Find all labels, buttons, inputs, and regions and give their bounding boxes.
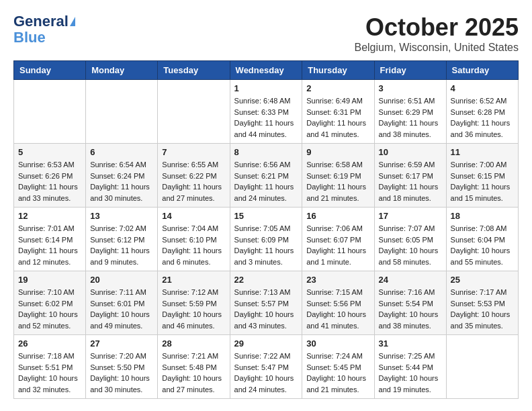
calendar-cell: 3Sunrise: 6:51 AM Sunset: 6:29 PM Daylig…: [374, 80, 446, 144]
day-info: Sunrise: 6:53 AM Sunset: 6:26 PM Dayligh…: [18, 159, 81, 203]
day-number: 22: [234, 275, 298, 285]
calendar-cell: 4Sunrise: 6:52 AM Sunset: 6:28 PM Daylig…: [446, 80, 518, 144]
day-info: Sunrise: 7:17 AM Sunset: 5:53 PM Dayligh…: [451, 287, 514, 331]
header-thursday: Thursday: [302, 61, 374, 80]
day-number: 2: [306, 83, 369, 93]
calendar-cell: 8Sunrise: 6:56 AM Sunset: 6:21 PM Daylig…: [230, 144, 302, 208]
day-info: Sunrise: 7:15 AM Sunset: 5:56 PM Dayligh…: [306, 287, 369, 331]
day-info: Sunrise: 7:16 AM Sunset: 5:54 PM Dayligh…: [379, 287, 442, 331]
day-number: 10: [379, 147, 442, 157]
calendar-cell: [14, 80, 86, 144]
day-info: Sunrise: 7:21 AM Sunset: 5:48 PM Dayligh…: [162, 351, 225, 395]
logo-blue: Blue: [13, 30, 46, 46]
day-info: Sunrise: 7:05 AM Sunset: 6:09 PM Dayligh…: [234, 223, 298, 267]
day-number: 3: [379, 83, 442, 93]
calendar-cell: 7Sunrise: 6:55 AM Sunset: 6:22 PM Daylig…: [158, 144, 230, 208]
day-number: 21: [162, 275, 225, 285]
calendar-cell: 22Sunrise: 7:13 AM Sunset: 5:57 PM Dayli…: [230, 271, 302, 335]
day-info: Sunrise: 7:24 AM Sunset: 5:45 PM Dayligh…: [306, 351, 369, 395]
header-wednesday: Wednesday: [230, 61, 302, 80]
week-row-4: 19Sunrise: 7:10 AM Sunset: 6:02 PM Dayli…: [14, 271, 519, 335]
calendar-cell: 14Sunrise: 7:04 AM Sunset: 6:10 PM Dayli…: [158, 208, 230, 271]
calendar-cell: 20Sunrise: 7:11 AM Sunset: 6:01 PM Dayli…: [86, 271, 158, 335]
calendar-cell: 21Sunrise: 7:12 AM Sunset: 5:59 PM Dayli…: [158, 271, 230, 335]
day-info: Sunrise: 6:56 AM Sunset: 6:21 PM Dayligh…: [234, 159, 298, 203]
day-number: 15: [234, 211, 298, 221]
calendar-cell: 26Sunrise: 7:18 AM Sunset: 5:51 PM Dayli…: [14, 335, 86, 399]
calendar-cell: 15Sunrise: 7:05 AM Sunset: 6:09 PM Dayli…: [230, 208, 302, 271]
calendar-cell: 9Sunrise: 6:58 AM Sunset: 6:19 PM Daylig…: [302, 144, 374, 208]
calendar-cell: [86, 80, 158, 144]
logo-general: General: [13, 13, 69, 30]
calendar-title: October 2025: [354, 13, 519, 42]
calendar-cell: 29Sunrise: 7:22 AM Sunset: 5:47 PM Dayli…: [230, 335, 302, 399]
title-block: October 2025 Belgium, Wisconsin, United …: [354, 13, 519, 54]
day-number: 6: [90, 147, 153, 157]
day-info: Sunrise: 6:55 AM Sunset: 6:22 PM Dayligh…: [162, 159, 225, 203]
week-row-5: 26Sunrise: 7:18 AM Sunset: 5:51 PM Dayli…: [14, 335, 519, 399]
calendar-subtitle: Belgium, Wisconsin, United States: [354, 42, 519, 54]
day-info: Sunrise: 7:00 AM Sunset: 6:15 PM Dayligh…: [451, 159, 514, 203]
day-info: Sunrise: 7:22 AM Sunset: 5:47 PM Dayligh…: [234, 351, 298, 395]
calendar-cell: 31Sunrise: 7:25 AM Sunset: 5:44 PM Dayli…: [374, 335, 446, 399]
calendar-cell: 23Sunrise: 7:15 AM Sunset: 5:56 PM Dayli…: [302, 271, 374, 335]
day-number: 27: [90, 338, 153, 349]
header-monday: Monday: [86, 61, 158, 80]
day-number: 23: [306, 275, 369, 285]
page-header: General Blue October 2025 Belgium, Wisco…: [13, 13, 519, 54]
day-info: Sunrise: 6:58 AM Sunset: 6:19 PM Dayligh…: [306, 159, 369, 203]
day-info: Sunrise: 7:02 AM Sunset: 6:12 PM Dayligh…: [90, 223, 153, 267]
header-sunday: Sunday: [14, 61, 86, 80]
calendar-cell: [446, 335, 518, 399]
calendar-cell: 10Sunrise: 6:59 AM Sunset: 6:17 PM Dayli…: [374, 144, 446, 208]
week-row-3: 12Sunrise: 7:01 AM Sunset: 6:14 PM Dayli…: [14, 208, 519, 271]
day-info: Sunrise: 6:54 AM Sunset: 6:24 PM Dayligh…: [90, 159, 153, 203]
day-info: Sunrise: 7:13 AM Sunset: 5:57 PM Dayligh…: [234, 287, 298, 331]
day-number: 8: [234, 147, 298, 157]
day-number: 13: [90, 211, 153, 221]
calendar-cell: 11Sunrise: 7:00 AM Sunset: 6:15 PM Dayli…: [446, 144, 518, 208]
day-number: 25: [451, 275, 514, 285]
calendar-cell: 1Sunrise: 6:48 AM Sunset: 6:33 PM Daylig…: [230, 80, 302, 144]
header-tuesday: Tuesday: [158, 61, 230, 80]
day-info: Sunrise: 7:06 AM Sunset: 6:07 PM Dayligh…: [306, 223, 369, 267]
day-info: Sunrise: 6:48 AM Sunset: 6:33 PM Dayligh…: [234, 95, 298, 140]
calendar-table: Sunday Monday Tuesday Wednesday Thursday…: [13, 60, 519, 399]
day-info: Sunrise: 7:20 AM Sunset: 5:50 PM Dayligh…: [90, 351, 153, 395]
day-number: 28: [162, 338, 225, 349]
calendar-cell: 24Sunrise: 7:16 AM Sunset: 5:54 PM Dayli…: [374, 271, 446, 335]
day-info: Sunrise: 7:12 AM Sunset: 5:59 PM Dayligh…: [162, 287, 225, 331]
logo-triangle-icon: [70, 17, 75, 26]
day-info: Sunrise: 7:18 AM Sunset: 5:51 PM Dayligh…: [18, 351, 81, 395]
logo: General Blue: [13, 13, 75, 46]
calendar-cell: 5Sunrise: 6:53 AM Sunset: 6:26 PM Daylig…: [14, 144, 86, 208]
calendar-cell: 27Sunrise: 7:20 AM Sunset: 5:50 PM Dayli…: [86, 335, 158, 399]
day-number: 24: [379, 275, 442, 285]
day-number: 7: [162, 147, 225, 157]
day-number: 19: [18, 275, 81, 285]
calendar-cell: 6Sunrise: 6:54 AM Sunset: 6:24 PM Daylig…: [86, 144, 158, 208]
day-number: 11: [451, 147, 514, 157]
day-number: 4: [451, 83, 514, 93]
weekday-header-row: Sunday Monday Tuesday Wednesday Thursday…: [14, 61, 519, 80]
day-number: 9: [306, 147, 369, 157]
calendar-cell: 28Sunrise: 7:21 AM Sunset: 5:48 PM Dayli…: [158, 335, 230, 399]
calendar-cell: 19Sunrise: 7:10 AM Sunset: 6:02 PM Dayli…: [14, 271, 86, 335]
day-info: Sunrise: 7:25 AM Sunset: 5:44 PM Dayligh…: [379, 351, 442, 395]
week-row-2: 5Sunrise: 6:53 AM Sunset: 6:26 PM Daylig…: [14, 144, 519, 208]
day-info: Sunrise: 7:08 AM Sunset: 6:04 PM Dayligh…: [451, 223, 514, 267]
day-number: 16: [306, 211, 369, 221]
day-info: Sunrise: 6:51 AM Sunset: 6:29 PM Dayligh…: [379, 95, 442, 140]
day-number: 29: [234, 338, 298, 349]
day-number: 12: [18, 211, 81, 221]
header-saturday: Saturday: [446, 61, 518, 80]
day-info: Sunrise: 7:11 AM Sunset: 6:01 PM Dayligh…: [90, 287, 153, 331]
calendar-cell: 13Sunrise: 7:02 AM Sunset: 6:12 PM Dayli…: [86, 208, 158, 271]
day-number: 20: [90, 275, 153, 285]
day-info: Sunrise: 7:07 AM Sunset: 6:05 PM Dayligh…: [379, 223, 442, 267]
calendar-cell: 12Sunrise: 7:01 AM Sunset: 6:14 PM Dayli…: [14, 208, 86, 271]
day-number: 31: [379, 338, 442, 349]
day-number: 30: [306, 338, 369, 349]
calendar-cell: 16Sunrise: 7:06 AM Sunset: 6:07 PM Dayli…: [302, 208, 374, 271]
calendar-cell: 18Sunrise: 7:08 AM Sunset: 6:04 PM Dayli…: [446, 208, 518, 271]
